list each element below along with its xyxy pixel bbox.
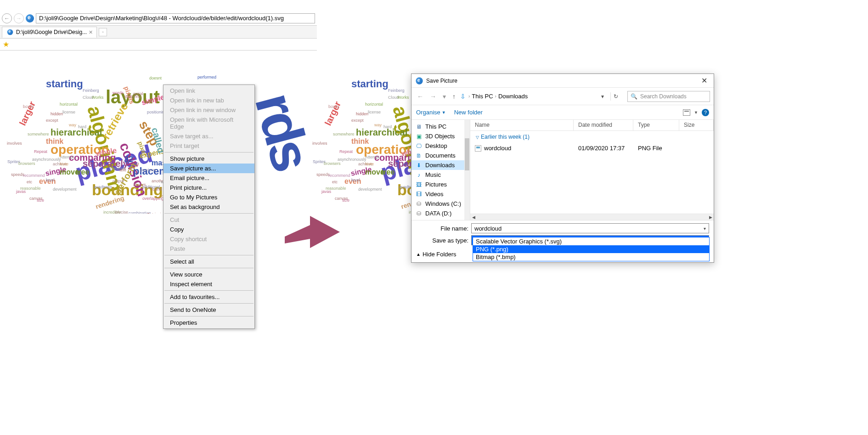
file-hscrollbar[interactable]: ◀▶: [470, 214, 714, 220]
ctx-print-picture[interactable]: Print picture...: [163, 183, 254, 192]
col-name[interactable]: Name: [470, 120, 574, 130]
search-placeholder: Search Downloads: [640, 93, 687, 100]
tree-downloads[interactable]: ⬇Downloads: [411, 160, 470, 170]
svg-text:stuttering: stuttering: [124, 94, 141, 99]
tab-close-icon[interactable]: ✕: [89, 29, 93, 35]
address-bar[interactable]: D:\joli9\Google Drive\Design\Marketing\B…: [36, 13, 315, 23]
back-button[interactable]: ←: [2, 13, 12, 23]
tree-pictures[interactable]: 🖼Pictures: [411, 180, 470, 189]
column-headers[interactable]: Name Date modified Type Size: [470, 120, 714, 131]
svg-text:Repeat: Repeat: [34, 149, 48, 154]
folder-tree[interactable]: 🖥This PC▣3D Objects🖵Desktop🗎Documents⬇Do…: [411, 120, 470, 220]
ctx-go-to-my-pictures[interactable]: Go to My Pictures: [163, 192, 254, 202]
svg-text:Note: Note: [60, 162, 68, 166]
type-option[interactable]: Bitmap (*.bmp): [473, 253, 709, 261]
favorites-star-icon[interactable]: ★: [3, 40, 9, 49]
filename-input[interactable]: wordcloud▾: [471, 223, 709, 233]
svg-text:Feinberg: Feinberg: [83, 88, 99, 93]
svg-marker-160: [285, 216, 340, 248]
nav-recent-icon[interactable]: ▾: [441, 92, 448, 101]
forward-button[interactable]: →: [14, 13, 24, 23]
svg-text:somewhere: somewhere: [333, 132, 355, 136]
svg-text:hidden: hidden: [51, 112, 63, 116]
nav-forward-icon[interactable]: →: [428, 92, 438, 101]
svg-text:way: way: [374, 123, 382, 127]
svg-text:Attempt: Attempt: [60, 155, 74, 159]
ctx-send-to-onenote[interactable]: Send to OneNote: [163, 305, 254, 315]
ctx-print-target: Print target: [163, 141, 254, 151]
savetype-label: Save as type:: [411, 237, 471, 244]
ctx-copy[interactable]: Copy: [163, 225, 254, 234]
tree-windows-c-[interactable]: ⛁Windows (C:): [411, 199, 470, 209]
svg-text:horizontal: horizontal: [365, 102, 383, 107]
file-group-header[interactable]: ▽Earlier this week (1): [470, 131, 714, 143]
ctx-view-source[interactable]: View source: [163, 270, 254, 279]
ctx-email-picture[interactable]: Email picture...: [163, 173, 254, 183]
breadcrumb-dropdown-icon[interactable]: ▾: [599, 92, 606, 101]
ctx-select-all[interactable]: Select all: [163, 257, 254, 266]
favorites-bar: ★: [0, 39, 317, 51]
type-option[interactable]: Scalable Vector Graphics (*.svg): [473, 237, 709, 245]
tree-documents[interactable]: 🗎Documents: [411, 151, 470, 160]
svg-text:fast: fast: [132, 162, 139, 166]
tab-title: D:\joli9\Google Drive\Desig...: [16, 29, 87, 35]
breadcrumb[interactable]: › This PC › Downloads: [468, 93, 528, 100]
tree-this-pc[interactable]: 🖥This PC: [411, 122, 470, 131]
ctx-inspect-element[interactable]: Inspect element: [163, 279, 254, 289]
refresh-icon[interactable]: ↻: [610, 92, 621, 101]
help-icon[interactable]: ?: [702, 109, 709, 116]
nav-back-icon[interactable]: ←: [415, 92, 425, 101]
tree-data-d-[interactable]: ⛁DATA (D:): [411, 209, 470, 218]
savetype-dropdown-list[interactable]: Scalable Vector Graphics (*.svg)PNG (*.p…: [473, 237, 710, 261]
view-options-icon[interactable]: [683, 109, 690, 116]
tree-music[interactable]: ♪Music: [411, 170, 470, 180]
svg-text:Works: Works: [397, 95, 409, 100]
svg-text:think: think: [46, 137, 63, 145]
col-date[interactable]: Date modified: [574, 120, 633, 130]
svg-text:asynchronously: asynchronously: [338, 157, 366, 162]
ctx-open-link-with-microsoft-edge: Open link with Microsoft Edge: [163, 115, 254, 131]
svg-text:browsers: browsers: [324, 161, 341, 166]
ctx-save-picture-as[interactable]: Save picture as...: [163, 164, 254, 173]
search-icon: 🔍: [631, 93, 637, 100]
dialog-toolbar: Organise ▼ New folder ▼ ?: [411, 105, 714, 120]
svg-text:Feinberg: Feinberg: [388, 88, 405, 93]
ctx-add-to-favourites[interactable]: Add to favourites...: [163, 292, 254, 302]
nav-up-icon[interactable]: ↑: [451, 92, 457, 101]
ctx-show-picture[interactable]: Show picture: [163, 154, 254, 164]
tree-scrollbar[interactable]: [464, 120, 470, 220]
tree-3d-objects[interactable]: ▣3D Objects: [411, 131, 470, 141]
organise-button[interactable]: Organise ▼: [416, 109, 446, 116]
tab-active[interactable]: D:\joli9\Google Drive\Desig... ✕: [2, 27, 97, 38]
svg-text:way: way: [68, 123, 77, 127]
svg-text:performed: performed: [197, 75, 216, 79]
file-row[interactable]: wordcloud01/09/2020 17:37PNG File: [470, 143, 714, 153]
filename-label: File name:: [411, 225, 471, 232]
svg-text:javas: javas: [321, 189, 332, 194]
dialog-nav: ← → ▾ ↑ ⇩ › This PC › Downloads ▾ ↻ 🔍 Se…: [411, 88, 714, 105]
ie-icon: [26, 14, 34, 23]
type-option[interactable]: PNG (*.png): [473, 245, 709, 253]
svg-text:Attempt: Attempt: [365, 155, 380, 159]
svg-text:found: found: [152, 187, 162, 192]
hide-folders-button[interactable]: ▲Hide Folders: [416, 251, 457, 258]
new-tab-button[interactable]: ▫: [99, 28, 107, 36]
ctx-set-as-background[interactable]: Set as background: [163, 202, 254, 212]
svg-text:etc: etc: [332, 180, 338, 184]
svg-text:license: license: [62, 110, 75, 114]
tab-strip: D:\joli9\Google Drive\Desig... ✕ ▫: [0, 26, 317, 39]
col-type[interactable]: Type: [633, 120, 679, 130]
col-size[interactable]: Size: [679, 120, 714, 130]
dialog-close-icon[interactable]: ✕: [699, 76, 710, 85]
downloads-arrow-icon: ⇩: [460, 93, 466, 100]
tree-videos[interactable]: 🎞Videos: [411, 189, 470, 199]
file-pane: Name Date modified Type Size ▽Earlier th…: [470, 120, 714, 220]
svg-text:text: text: [119, 168, 126, 172]
new-folder-button[interactable]: New folder: [454, 109, 483, 116]
tree-desktop[interactable]: 🖵Desktop: [411, 141, 470, 151]
dialog-body: 🖥This PC▣3D Objects🖵Desktop🗎Documents⬇Do…: [411, 120, 714, 220]
search-input[interactable]: 🔍 Search Downloads: [627, 91, 710, 102]
svg-text:boxes: boxes: [23, 104, 34, 109]
ctx-properties[interactable]: Properties: [163, 318, 254, 328]
svg-text:except: except: [351, 118, 364, 123]
